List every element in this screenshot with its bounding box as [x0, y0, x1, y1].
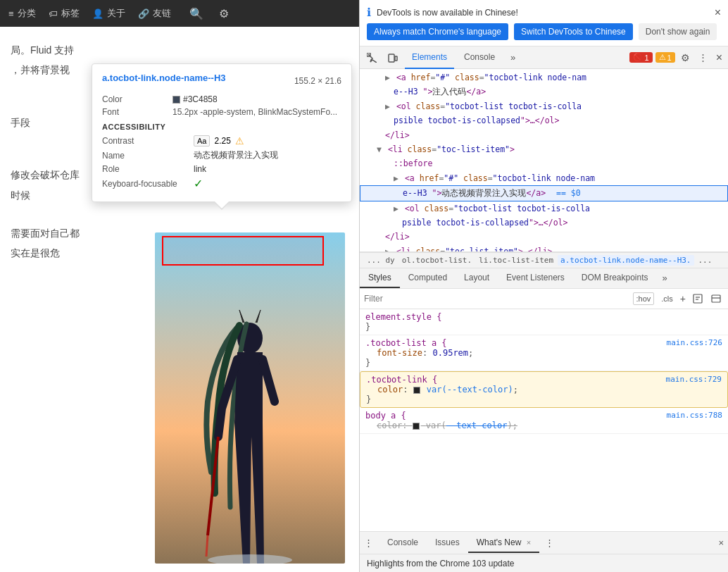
css-property: font-size: 0.95rem;: [365, 348, 722, 358]
breadcrumb-item[interactable]: li.toc-list-item: [476, 255, 556, 266]
search-icon[interactable]: 🔍: [189, 7, 203, 20]
tree-line[interactable]: ▶ <li class="toc-list-item">…</li>: [360, 244, 728, 252]
element-tooltip: a.tocbot-link.node-name--H3 155.2 × 21.6…: [92, 63, 352, 202]
nav-item-tags[interactable]: 🏷 标签: [49, 7, 80, 20]
svg-rect-10: [712, 295, 720, 302]
svg-point-3: [208, 554, 292, 564]
tab-event-listeners[interactable]: Event Listeners: [498, 268, 573, 288]
color-value: #3C4858: [183, 94, 218, 104]
accessibility-title: ACCESSIBILITY: [102, 123, 341, 131]
tree-line[interactable]: psible tocbot-is-collapsed">…</ol>: [360, 113, 728, 128]
css-selector[interactable]: .tocbot-link {: [366, 375, 437, 385]
role-row: Role link: [102, 164, 341, 174]
font-label: Font: [102, 107, 172, 117]
about-icon: 👤: [92, 8, 103, 19]
nav-item-categories[interactable]: ≡ 分类: [8, 7, 36, 20]
role-label: Role: [102, 164, 194, 174]
tooltip-color-row: Color #3C4858: [102, 94, 341, 104]
inspector-icon[interactable]: [363, 49, 381, 67]
css-selector[interactable]: body a {: [365, 411, 406, 421]
info-banner: ℹ DevTools is now available in Chinese! …: [360, 0, 728, 46]
tab-computed[interactable]: Computed: [400, 268, 456, 288]
hover-filter-button[interactable]: :hov: [633, 292, 655, 305]
new-style-rule-icon[interactable]: [690, 291, 705, 306]
tree-line[interactable]: </li>: [360, 230, 728, 244]
tab-elements[interactable]: Elements: [405, 46, 454, 69]
add-style-button[interactable]: +: [680, 293, 686, 304]
whats-new-close-icon[interactable]: ×: [527, 538, 531, 547]
tree-line[interactable]: ▶ <ol class="tocbot-list tocbot-is-colla: [360, 201, 728, 216]
tree-line[interactable]: e--H3 ">注入代码</a>: [360, 85, 728, 99]
dont-show-button[interactable]: Don't show again: [639, 23, 717, 40]
svg-rect-5: [389, 54, 394, 62]
tab-console-bottom[interactable]: Console: [379, 533, 427, 553]
tree-line[interactable]: ▶ <ol class="tocbot-list tocbot-is-colla: [360, 99, 728, 113]
keyboard-row: Keyboard-focusable ✓: [102, 177, 341, 190]
styles-tabs-bar: Styles Computed Layout Event Listeners D…: [360, 268, 728, 289]
bottom-panel-close-button[interactable]: ×: [718, 537, 724, 548]
aa-badge: Aa: [194, 135, 210, 147]
contrast-value: 2.25: [214, 136, 230, 146]
error-badges: 🚫 1 ⚠ 1: [629, 52, 674, 63]
tree-line[interactable]: ▶ <a href="#" class="tocbot-link node-na…: [360, 70, 728, 85]
breadcrumb-item-active[interactable]: a.tocbot-link.node-name--H3.: [558, 255, 694, 266]
contrast-warning-icon: ⚠: [235, 135, 244, 147]
toolbar-more-tabs[interactable]: »: [505, 49, 521, 66]
more-options-icon[interactable]: ⋮: [696, 49, 710, 66]
tree-line[interactable]: ▼ <li class="toc-list-item">: [360, 142, 728, 156]
bottom-more-tabs[interactable]: ⋮: [539, 535, 560, 551]
css-source-link[interactable]: main.css:729: [666, 375, 722, 385]
nav-item-links[interactable]: 🔗 友链: [138, 7, 171, 20]
tab-dom-breakpoints[interactable]: DOM Breakpoints: [573, 268, 657, 288]
breadcrumb-item[interactable]: ...: [696, 255, 715, 266]
selected-element-highlight: [162, 236, 324, 266]
tab-layout[interactable]: Layout: [456, 268, 498, 288]
tree-line[interactable]: ::before: [360, 156, 728, 170]
breadcrumb-item[interactable]: ... dy: [364, 255, 398, 266]
match-language-button[interactable]: Always match Chrome's language: [367, 23, 508, 40]
css-rule-body-a: body a { main.css:788 color: var(--text-…: [360, 408, 728, 434]
tree-line[interactable]: ▶ <a href="#" class="tocbot-link node-na…: [360, 171, 728, 185]
css-source-link[interactable]: main.css:726: [667, 338, 722, 348]
contrast-label: Contrast: [102, 136, 194, 146]
color-swatch: [172, 96, 180, 104]
bottom-panel-content: Highlights from the Chrome 103 update: [360, 554, 728, 572]
background-image: [155, 232, 345, 564]
tab-styles[interactable]: Styles: [360, 268, 400, 288]
gear-icon[interactable]: ⚙: [219, 7, 229, 20]
contrast-row: Contrast Aa 2.25 ⚠: [102, 135, 341, 147]
tree-line-selected[interactable]: e--H3 ">动态视频背景注入实现</a> == $0: [360, 185, 728, 201]
toggle-element-state-icon[interactable]: [708, 291, 724, 306]
bottom-content-text: Highlights from the Chrome 103 update: [367, 559, 514, 568]
breadcrumb-item[interactable]: ol.tocbot-list.: [399, 255, 475, 266]
info-banner-close-button[interactable]: ×: [715, 6, 721, 19]
settings-icon[interactable]: ⚙: [678, 49, 693, 66]
tree-line[interactable]: </li>: [360, 128, 728, 142]
styles-more-tabs[interactable]: »: [657, 268, 673, 288]
bottom-more-icon[interactable]: ⋮: [364, 537, 373, 548]
color-label: Color: [102, 94, 172, 104]
class-filter-button[interactable]: .cls: [658, 293, 676, 304]
tab-issues-bottom[interactable]: Issues: [427, 533, 468, 553]
filter-input[interactable]: [364, 294, 629, 304]
nav-item-about[interactable]: 👤 关于: [92, 7, 125, 20]
css-selector[interactable]: .tocbot-list a {: [365, 338, 447, 348]
devtools-close-button[interactable]: ×: [713, 49, 725, 67]
name-label: Name: [102, 151, 194, 161]
dom-selected-marker: == $0: [556, 188, 581, 198]
html-tree[interactable]: ▶ <a href="#" class="tocbot-link node-na…: [360, 69, 728, 252]
css-source-link[interactable]: main.css:788: [667, 411, 722, 421]
switch-chinese-button[interactable]: Switch DevTools to Chinese: [514, 23, 633, 40]
tooltip-font-row: Font 15.2px -apple-system, BlinkMacSyste…: [102, 107, 341, 117]
tab-console[interactable]: Console: [457, 46, 502, 69]
tab-whats-new[interactable]: What's New ×: [468, 533, 539, 553]
links-icon: 🔗: [138, 8, 149, 19]
css-selector[interactable]: element.style {: [365, 312, 441, 322]
info-banner-buttons-row: Always match Chrome's language Switch De…: [367, 23, 721, 40]
tree-line[interactable]: psible tocbot-is-collapsed">…</ol>: [360, 216, 728, 230]
website-panel: ≡ 分类 🏷 标签 👤 关于 🔗 友链 🔍 ⚙ 局。Fluid 支持 ，并将背景…: [0, 0, 359, 572]
device-icon[interactable]: [384, 49, 402, 67]
elements-panel: ▶ <a href="#" class="tocbot-link node-na…: [360, 69, 728, 531]
error-count: 1: [644, 54, 648, 62]
info-icon: ℹ: [367, 6, 371, 19]
